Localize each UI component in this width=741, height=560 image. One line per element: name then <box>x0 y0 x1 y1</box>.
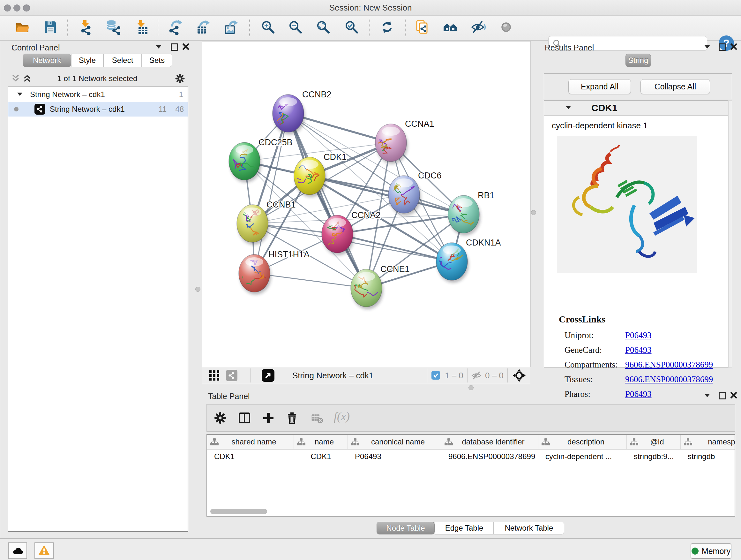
minimize-window-icon[interactable] <box>13 4 20 11</box>
network-node-CDC6[interactable]: CDC6 <box>388 171 442 216</box>
share-view-icon[interactable] <box>226 370 238 381</box>
selected-checkbox-icon[interactable] <box>431 371 440 380</box>
tree-row-collection[interactable]: String Network – cdk1 1 <box>8 87 188 102</box>
panel-menu-icon[interactable] <box>704 45 710 49</box>
show-columns-icon[interactable] <box>238 412 251 426</box>
open-session-button[interactable] <box>15 20 30 36</box>
tab-string[interactable]: String <box>625 54 651 67</box>
cloud-button[interactable] <box>8 543 27 559</box>
network-node-HIST1H1A[interactable]: HIST1H1A <box>239 250 310 295</box>
network-edge[interactable] <box>310 176 464 214</box>
delete-table-icon[interactable] <box>311 412 324 426</box>
table-cell[interactable]: stringdb:9... <box>627 449 681 463</box>
tree-row-network[interactable]: String Network – cdk1 11 48 <box>8 102 188 117</box>
panel-menu-icon[interactable] <box>704 394 710 397</box>
network-node-CCNB2[interactable]: CCNB2 <box>264 90 331 135</box>
delete-column-trash-icon[interactable] <box>286 412 299 426</box>
hide-selected-button[interactable] <box>471 20 486 36</box>
crosslink-value[interactable]: P06493 <box>625 330 652 340</box>
panel-menu-icon[interactable] <box>156 45 161 49</box>
clone-network-button[interactable] <box>414 20 430 36</box>
zoom-out-button[interactable] <box>288 20 303 36</box>
table-cell[interactable]: 9606.ENSP00000378699 <box>441 449 538 463</box>
zoom-selected-button[interactable] <box>344 20 359 36</box>
tab-style[interactable]: Style <box>71 54 104 67</box>
column-header-3[interactable]: database identifier <box>441 435 538 449</box>
node-table[interactable]: shared namenamecanonical namedatabase id… <box>206 434 735 516</box>
export-network-button[interactable] <box>168 20 184 36</box>
tab-select[interactable]: Select <box>104 54 142 67</box>
network-node-CCNA2[interactable]: CCNA2 <box>322 210 381 255</box>
horizontal-scrollbar-thumb[interactable] <box>210 509 267 514</box>
refresh-view-button[interactable] <box>380 20 395 36</box>
navigate-crosshair-icon[interactable] <box>513 369 526 383</box>
panel-float-icon[interactable] <box>719 392 726 399</box>
table-settings-gear-icon[interactable] <box>214 412 226 426</box>
network-node-CCNE1[interactable]: CCNE1 <box>351 264 410 309</box>
collapse-all-button[interactable]: Collapse All <box>641 79 710 94</box>
import-network-database-button[interactable] <box>105 20 121 36</box>
network-graph[interactable]: CCNB2CCNA1CDC25BCDK1CDC6RB1CCNB1CCNA2CDK… <box>202 42 530 367</box>
panel-close-icon[interactable] <box>182 43 190 52</box>
network-canvas[interactable]: CCNB2CCNA1CDC25BCDK1CDC6RB1CCNB1CCNA2CDK… <box>202 42 530 367</box>
birdseye-view-icon[interactable] <box>262 369 274 382</box>
tab-edge-table[interactable]: Edge Table <box>434 522 494 535</box>
column-header-1[interactable]: name <box>294 435 348 449</box>
column-header-0[interactable]: shared name <box>207 435 294 449</box>
column-header-6[interactable]: namespac <box>681 435 735 449</box>
export-table-button[interactable] <box>196 20 211 36</box>
collapse-section-icon[interactable] <box>566 106 571 109</box>
column-header-5[interactable]: @id <box>627 435 681 449</box>
zoom-out-icon <box>288 19 303 36</box>
gear-icon[interactable] <box>175 73 185 85</box>
network-node-CDK1[interactable]: CDK1 <box>294 152 347 197</box>
close-window-icon[interactable] <box>4 4 11 11</box>
zoom-fit-button[interactable] <box>316 20 331 36</box>
table-cell[interactable]: stringdb <box>681 449 735 463</box>
tab-node-table[interactable]: Node Table <box>377 522 434 535</box>
export-image-button[interactable] <box>223 20 239 36</box>
crosslink-value[interactable]: P06493 <box>625 345 652 355</box>
graphics-details-button[interactable] <box>443 20 458 36</box>
crosslink-value[interactable]: 9606.ENSP00000378699 <box>625 374 713 384</box>
add-column-plus-icon[interactable] <box>262 412 275 426</box>
network-node-CCNB1[interactable]: CCNB1 <box>237 200 296 245</box>
show-all-button[interactable] <box>498 20 514 36</box>
results-scrollbar[interactable] <box>728 100 732 368</box>
table-cell[interactable]: CDK1 <box>207 449 294 463</box>
gene-card-header[interactable]: CDK1 <box>544 101 732 116</box>
tab-sets[interactable]: Sets <box>142 54 172 67</box>
grid-view-icon[interactable] <box>209 370 219 382</box>
memory-button[interactable]: Memory <box>690 543 731 559</box>
tab-network[interactable]: Network <box>23 54 71 67</box>
tree-expander-icon[interactable] <box>17 92 22 96</box>
warnings-button[interactable] <box>35 543 54 559</box>
panel-close-icon[interactable] <box>730 391 738 400</box>
table-row[interactable]: CDK1CDK1P064939606.ENSP00000378699cyclin… <box>207 449 735 463</box>
import-table-file-button[interactable] <box>135 20 150 36</box>
save-session-button[interactable] <box>43 20 58 36</box>
network-node-CDKN1A[interactable]: CDKN1A <box>436 238 501 283</box>
function-builder-icon[interactable]: f(x) <box>334 410 350 423</box>
tab-network-table[interactable]: Network Table <box>494 522 564 535</box>
maximize-window-icon[interactable] <box>23 4 30 11</box>
right-splitter-handle[interactable] <box>531 210 536 215</box>
panel-float-icon[interactable] <box>171 44 178 51</box>
crosslink-value[interactable]: 9606.ENSP00000378699 <box>625 360 713 370</box>
table-cell[interactable]: cyclin-dependent ... <box>538 449 627 463</box>
panel-float-icon[interactable] <box>719 44 726 51</box>
network-edge[interactable] <box>288 113 366 288</box>
column-header-4[interactable]: description <box>538 435 627 449</box>
table-cell[interactable]: CDK1 <box>294 449 348 463</box>
table-cell[interactable]: P06493 <box>348 449 441 463</box>
import-network-file-button[interactable] <box>79 20 94 36</box>
network-node-RB1[interactable]: RB1 <box>448 191 495 236</box>
left-splitter-handle[interactable] <box>195 287 200 292</box>
hidden-eye-icon[interactable] <box>471 370 482 382</box>
panel-close-icon[interactable] <box>730 43 738 52</box>
zoom-in-button[interactable] <box>260 20 276 36</box>
network-node-CDC25B[interactable]: CDC25B <box>229 138 293 183</box>
expand-all-button[interactable]: Expand All <box>568 79 631 94</box>
column-header-2[interactable]: canonical name <box>348 435 441 449</box>
network-node-CCNA1[interactable]: CCNA1 <box>375 119 434 164</box>
